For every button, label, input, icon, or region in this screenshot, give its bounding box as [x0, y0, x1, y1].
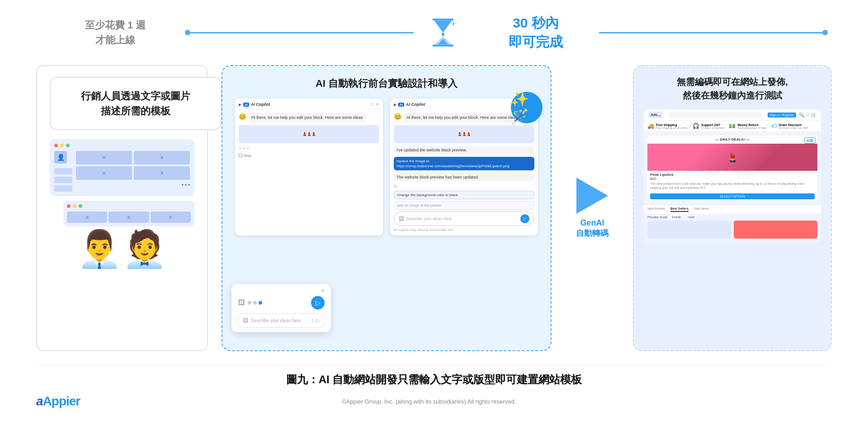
select-option-button[interactable]: SELECT OPTION: [650, 193, 815, 199]
money-icon: 💵: [729, 123, 736, 129]
feature-money-return: 💵 Money Return Back guarantee 30 days: [729, 123, 767, 129]
mockup-area: 👤: [50, 139, 194, 226]
floating-popup: ✕ 🖼 ▷ 🖼 Describe your ideas here | ▷: [231, 284, 331, 332]
left-title-line2: 描述所需的模板: [101, 105, 170, 117]
timeline-right-line1: 30 秒內: [513, 15, 559, 30]
right-box: 無需編碼即可在網站上發佈, 然後在幾秒鐘內進行測試 Am... Sign in …: [633, 65, 832, 351]
copilot-logo-left: AI: [243, 103, 249, 107]
three-dots: [182, 184, 190, 186]
spacer: [239, 158, 379, 176]
appier-logo-a: a: [36, 394, 43, 408]
genai-label: GenAI 自動轉碼: [576, 218, 609, 239]
browser-content-1: 👤: [54, 151, 190, 192]
ecom-signin-btn[interactable]: Sign in / Register: [768, 113, 796, 118]
nav-tab-new-arrivals[interactable]: New Arrivals: [647, 207, 665, 212]
discount-icon: 🏷: [771, 123, 777, 129]
deal-info: Petal Lipstick $20 The new product from …: [647, 171, 817, 192]
preview-mode-bar: Preview mode Mobile Halle: [644, 214, 821, 221]
deal-image-inner: 💄: [647, 144, 817, 171]
browser-dots-1: [54, 144, 190, 147]
copyright-text: ©Appier Group, Inc. (along with its subs…: [342, 398, 516, 405]
dot-yellow: [60, 144, 64, 147]
shipping-text: Free Shipping Free shipping on all order…: [656, 123, 688, 129]
dot-green: [66, 144, 70, 147]
svg-rect-1: [433, 44, 454, 47]
dot-red: [54, 144, 58, 147]
copilot-header-left: ▶ AI AI Copilot ⬡✕: [239, 102, 379, 109]
support-text: Support 24/7 Contact us anytime: [701, 123, 724, 129]
ecom-search-bar: [668, 112, 762, 118]
chat-avatar-1: 😊: [239, 113, 246, 120]
nav-tab-sale-items[interactable]: Sale Items: [694, 207, 709, 212]
money-label: Money Return: [737, 123, 767, 127]
stop-label: Stop: [244, 154, 251, 158]
page-wrapper: 至少花費 1 週 才能上線: [0, 0, 868, 423]
refresh-icon: ↻: [394, 184, 534, 189]
ecom-features: 🚚 Free Shipping Free shipping on all ord…: [644, 121, 821, 132]
left-box: 行銷人員透過文字或圖片 描述所需的模板 👤: [36, 65, 208, 351]
timeline-left-line1: 至少花費 1 週: [85, 19, 146, 31]
right-box-title: 無需編碼即可在網站上發佈, 然後在幾秒鐘內進行測試: [644, 75, 821, 102]
timeline-left-line2: 才能上線: [95, 34, 135, 46]
middle-box-title: AI 自動執行前台實驗設計和導入: [235, 77, 538, 90]
dot2-green: [79, 204, 82, 208]
middle-box: AI 自動執行前台實驗設計和導入 ✨🪄 ▶ AI AI Copilot ⬡✕: [222, 65, 552, 351]
timeline-section: 至少花費 1 週 才能上線: [36, 14, 832, 52]
ecom-icons: 🔍♡🛒: [799, 113, 816, 118]
preview-halle-tab[interactable]: Halle: [686, 215, 697, 219]
popup-dot-2: [253, 301, 257, 305]
popup-dots: [248, 301, 262, 305]
mock-cell-2: [134, 151, 190, 164]
copilot-panels: ✨🪄 ▶ AI AI Copilot ⬡✕ 😊 Hi there, le: [235, 99, 538, 235]
discount-label: Order Discount: [778, 123, 808, 127]
popup-input-area[interactable]: 🖼 Describe your ideas here | ▷: [238, 313, 325, 328]
support-label: Support 24/7: [701, 123, 724, 127]
timeline-left: 至少花費 1 週 才能上線: [43, 18, 188, 47]
blue-arrow-icon: [576, 178, 608, 214]
copilot-input-right[interactable]: 🖼 Describe your ideas here ▷: [394, 212, 534, 226]
mock-cell-3: [76, 166, 132, 180]
copilot-label-right: AI Copilot: [406, 102, 425, 107]
add-image-btn: Add an image at the bottom: [394, 201, 534, 210]
send-button-right[interactable]: ▷: [520, 214, 529, 223]
timeline-line-left: [188, 32, 414, 33]
nav-tab-best-sellers[interactable]: Best Sellers: [670, 207, 689, 212]
mock-cell2-3: [151, 212, 191, 223]
feature-order-discount: 🏷 Order Discount On every order over $50: [771, 123, 808, 129]
preview-mobile-tab[interactable]: Mobile: [670, 215, 683, 219]
main-content: 行銷人員透過文字或圖片 描述所需的模板 👤: [36, 65, 832, 351]
popup-submit-button[interactable]: ▷: [311, 296, 325, 310]
popup-image-row: 🖼 ▷: [238, 296, 325, 310]
timeline-right-line2: 即可完成: [509, 34, 563, 49]
people-illustration: 👨‍💼🧑‍💼: [50, 231, 194, 267]
chat-avatar-2: 😊: [394, 113, 401, 120]
popup-dot-3-active: [259, 301, 262, 305]
ab-badge: A/B: [804, 137, 816, 144]
genai-text-line2: 自動轉碼: [576, 228, 609, 239]
arrow-section: GenAI 自動轉碼: [565, 65, 619, 351]
ecom-header: Am... Sign in / Register 🔍♡🛒: [644, 109, 821, 121]
shipping-sub: Free shipping on all orders: [656, 127, 688, 129]
hourglass-icon: [427, 17, 459, 48]
ai-info-right: AI copilot may display inaccurate info.: [394, 228, 534, 232]
popup-send-icon[interactable]: ▷: [316, 318, 320, 323]
left-box-title: 行銷人員透過文字或圖片 描述所需的模板: [50, 77, 222, 130]
deal-card: — DAILY DEALS! — 💄 A/B Petal Lipstick $2…: [647, 136, 817, 201]
deal-name: Petal Lipstick: [650, 173, 815, 177]
mock-cell-1: [76, 151, 132, 164]
left-title-line1: 行銷人員透過文字或圖片: [81, 90, 190, 102]
avatar-mock: 👤: [54, 151, 67, 164]
dot2-yellow: [73, 204, 76, 208]
deal-desc: The new product from Cute beat can make …: [650, 182, 815, 190]
mock-cell-4: [134, 166, 190, 180]
deal-image: 💄: [647, 144, 817, 171]
popup-dot-1: [248, 301, 251, 305]
shipping-label: Free Shipping: [656, 123, 688, 127]
popup-close-icon[interactable]: ✕: [321, 288, 325, 293]
nav-tabs: New Arrivals Best Sellers Sale Items: [644, 205, 821, 214]
figure-caption: 圖九：AI 自動網站開發只需輸入文字或版型即可建置網站模板: [36, 372, 832, 387]
browser-mock-2: [63, 201, 194, 226]
stop-button[interactable]: Stop: [239, 154, 379, 158]
sidebar-item-1: [54, 168, 72, 174]
genai-text-line1: GenAI: [576, 218, 609, 228]
